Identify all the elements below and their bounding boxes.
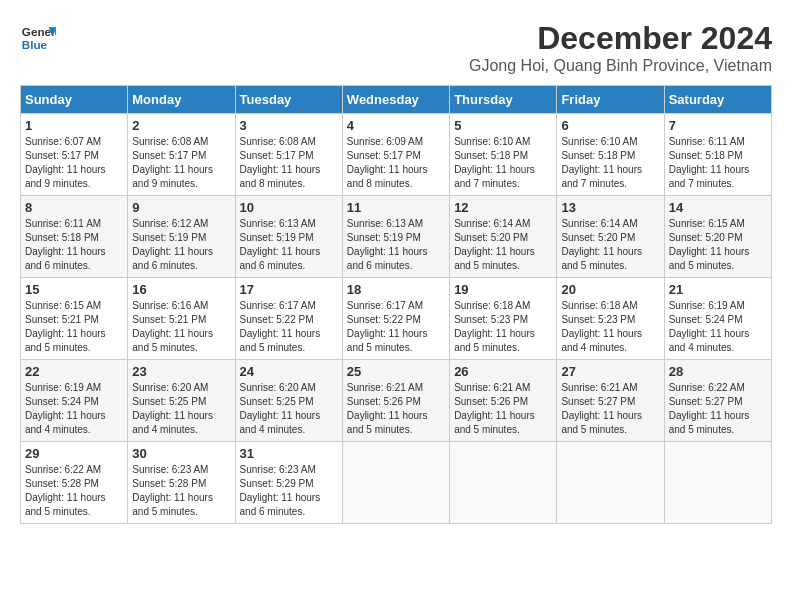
calendar-cell: 2Sunrise: 6:08 AMSunset: 5:17 PMDaylight…: [128, 114, 235, 196]
column-header-sunday: Sunday: [21, 86, 128, 114]
day-number: 2: [132, 118, 230, 133]
day-number: 22: [25, 364, 123, 379]
column-header-thursday: Thursday: [450, 86, 557, 114]
day-number: 9: [132, 200, 230, 215]
calendar-cell: 18Sunrise: 6:17 AMSunset: 5:22 PMDayligh…: [342, 278, 449, 360]
logo-icon: General Blue: [20, 20, 56, 56]
week-row-4: 22Sunrise: 6:19 AMSunset: 5:24 PMDayligh…: [21, 360, 772, 442]
day-info: Sunrise: 6:08 AMSunset: 5:17 PMDaylight:…: [240, 135, 338, 191]
day-number: 26: [454, 364, 552, 379]
day-number: 6: [561, 118, 659, 133]
day-info: Sunrise: 6:21 AMSunset: 5:26 PMDaylight:…: [347, 381, 445, 437]
day-number: 15: [25, 282, 123, 297]
calendar-cell: 4Sunrise: 6:09 AMSunset: 5:17 PMDaylight…: [342, 114, 449, 196]
page-container: General Blue General Blue December 2024 …: [20, 20, 772, 524]
day-info: Sunrise: 6:21 AMSunset: 5:27 PMDaylight:…: [561, 381, 659, 437]
column-header-saturday: Saturday: [664, 86, 771, 114]
day-number: 31: [240, 446, 338, 461]
day-info: Sunrise: 6:22 AMSunset: 5:27 PMDaylight:…: [669, 381, 767, 437]
calendar-cell: 21Sunrise: 6:19 AMSunset: 5:24 PMDayligh…: [664, 278, 771, 360]
calendar-cell: 1Sunrise: 6:07 AMSunset: 5:17 PMDaylight…: [21, 114, 128, 196]
day-info: Sunrise: 6:14 AMSunset: 5:20 PMDaylight:…: [561, 217, 659, 273]
day-info: Sunrise: 6:10 AMSunset: 5:18 PMDaylight:…: [561, 135, 659, 191]
calendar-cell: [450, 442, 557, 524]
day-number: 24: [240, 364, 338, 379]
day-number: 13: [561, 200, 659, 215]
calendar-cell: [342, 442, 449, 524]
calendar-cell: 30Sunrise: 6:23 AMSunset: 5:28 PMDayligh…: [128, 442, 235, 524]
calendar-cell: 12Sunrise: 6:14 AMSunset: 5:20 PMDayligh…: [450, 196, 557, 278]
column-header-wednesday: Wednesday: [342, 86, 449, 114]
calendar-cell: 17Sunrise: 6:17 AMSunset: 5:22 PMDayligh…: [235, 278, 342, 360]
calendar-cell: 28Sunrise: 6:22 AMSunset: 5:27 PMDayligh…: [664, 360, 771, 442]
week-row-1: 1Sunrise: 6:07 AMSunset: 5:17 PMDaylight…: [21, 114, 772, 196]
day-info: Sunrise: 6:17 AMSunset: 5:22 PMDaylight:…: [240, 299, 338, 355]
calendar-cell: 22Sunrise: 6:19 AMSunset: 5:24 PMDayligh…: [21, 360, 128, 442]
calendar-cell: 25Sunrise: 6:21 AMSunset: 5:26 PMDayligh…: [342, 360, 449, 442]
day-number: 23: [132, 364, 230, 379]
day-info: Sunrise: 6:15 AMSunset: 5:21 PMDaylight:…: [25, 299, 123, 355]
calendar-cell: 31Sunrise: 6:23 AMSunset: 5:29 PMDayligh…: [235, 442, 342, 524]
day-number: 12: [454, 200, 552, 215]
day-number: 21: [669, 282, 767, 297]
day-info: Sunrise: 6:23 AMSunset: 5:28 PMDaylight:…: [132, 463, 230, 519]
day-number: 11: [347, 200, 445, 215]
header-row: SundayMondayTuesdayWednesdayThursdayFrid…: [21, 86, 772, 114]
day-number: 30: [132, 446, 230, 461]
day-number: 14: [669, 200, 767, 215]
day-info: Sunrise: 6:16 AMSunset: 5:21 PMDaylight:…: [132, 299, 230, 355]
calendar-cell: 20Sunrise: 6:18 AMSunset: 5:23 PMDayligh…: [557, 278, 664, 360]
column-header-monday: Monday: [128, 86, 235, 114]
calendar-cell: 27Sunrise: 6:21 AMSunset: 5:27 PMDayligh…: [557, 360, 664, 442]
day-number: 10: [240, 200, 338, 215]
day-number: 25: [347, 364, 445, 379]
day-info: Sunrise: 6:22 AMSunset: 5:28 PMDaylight:…: [25, 463, 123, 519]
calendar-cell: 29Sunrise: 6:22 AMSunset: 5:28 PMDayligh…: [21, 442, 128, 524]
week-row-3: 15Sunrise: 6:15 AMSunset: 5:21 PMDayligh…: [21, 278, 772, 360]
day-info: Sunrise: 6:20 AMSunset: 5:25 PMDaylight:…: [240, 381, 338, 437]
day-number: 7: [669, 118, 767, 133]
calendar-cell: 6Sunrise: 6:10 AMSunset: 5:18 PMDaylight…: [557, 114, 664, 196]
title-area: December 2024 GJong Hoi, Quang Binh Prov…: [469, 20, 772, 75]
day-number: 3: [240, 118, 338, 133]
calendar-cell: 11Sunrise: 6:13 AMSunset: 5:19 PMDayligh…: [342, 196, 449, 278]
column-header-tuesday: Tuesday: [235, 86, 342, 114]
calendar-cell: 7Sunrise: 6:11 AMSunset: 5:18 PMDaylight…: [664, 114, 771, 196]
calendar-title: December 2024: [469, 20, 772, 57]
calendar-cell: 15Sunrise: 6:15 AMSunset: 5:21 PMDayligh…: [21, 278, 128, 360]
day-number: 5: [454, 118, 552, 133]
week-row-5: 29Sunrise: 6:22 AMSunset: 5:28 PMDayligh…: [21, 442, 772, 524]
day-info: Sunrise: 6:09 AMSunset: 5:17 PMDaylight:…: [347, 135, 445, 191]
day-number: 18: [347, 282, 445, 297]
column-header-friday: Friday: [557, 86, 664, 114]
day-info: Sunrise: 6:08 AMSunset: 5:17 PMDaylight:…: [132, 135, 230, 191]
day-info: Sunrise: 6:13 AMSunset: 5:19 PMDaylight:…: [347, 217, 445, 273]
calendar-cell: 16Sunrise: 6:16 AMSunset: 5:21 PMDayligh…: [128, 278, 235, 360]
day-info: Sunrise: 6:23 AMSunset: 5:29 PMDaylight:…: [240, 463, 338, 519]
day-number: 16: [132, 282, 230, 297]
day-info: Sunrise: 6:18 AMSunset: 5:23 PMDaylight:…: [454, 299, 552, 355]
calendar-cell: [557, 442, 664, 524]
day-info: Sunrise: 6:12 AMSunset: 5:19 PMDaylight:…: [132, 217, 230, 273]
calendar-cell: 23Sunrise: 6:20 AMSunset: 5:25 PMDayligh…: [128, 360, 235, 442]
day-info: Sunrise: 6:20 AMSunset: 5:25 PMDaylight:…: [132, 381, 230, 437]
svg-text:Blue: Blue: [22, 38, 48, 51]
day-info: Sunrise: 6:17 AMSunset: 5:22 PMDaylight:…: [347, 299, 445, 355]
calendar-cell: 13Sunrise: 6:14 AMSunset: 5:20 PMDayligh…: [557, 196, 664, 278]
day-number: 17: [240, 282, 338, 297]
day-number: 1: [25, 118, 123, 133]
calendar-cell: 9Sunrise: 6:12 AMSunset: 5:19 PMDaylight…: [128, 196, 235, 278]
day-info: Sunrise: 6:13 AMSunset: 5:19 PMDaylight:…: [240, 217, 338, 273]
calendar-cell: 14Sunrise: 6:15 AMSunset: 5:20 PMDayligh…: [664, 196, 771, 278]
calendar-cell: 3Sunrise: 6:08 AMSunset: 5:17 PMDaylight…: [235, 114, 342, 196]
day-number: 19: [454, 282, 552, 297]
calendar-cell: 10Sunrise: 6:13 AMSunset: 5:19 PMDayligh…: [235, 196, 342, 278]
day-info: Sunrise: 6:14 AMSunset: 5:20 PMDaylight:…: [454, 217, 552, 273]
day-info: Sunrise: 6:19 AMSunset: 5:24 PMDaylight:…: [669, 299, 767, 355]
week-row-2: 8Sunrise: 6:11 AMSunset: 5:18 PMDaylight…: [21, 196, 772, 278]
calendar-cell: [664, 442, 771, 524]
day-number: 27: [561, 364, 659, 379]
day-info: Sunrise: 6:10 AMSunset: 5:18 PMDaylight:…: [454, 135, 552, 191]
header: General Blue General Blue December 2024 …: [20, 20, 772, 75]
calendar-cell: 26Sunrise: 6:21 AMSunset: 5:26 PMDayligh…: [450, 360, 557, 442]
